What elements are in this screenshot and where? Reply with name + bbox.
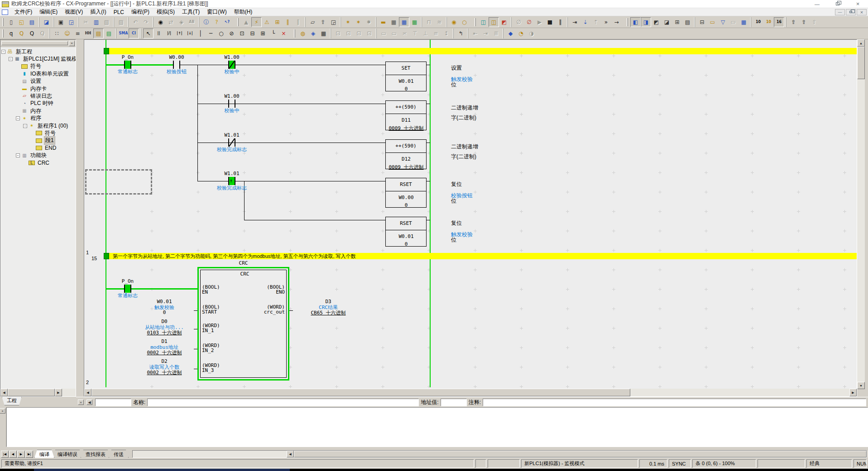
zoom-selection-icon[interactable]: Q — [16, 29, 27, 38]
new-contact-down-icon[interactable]: |↓| — [185, 29, 195, 38]
zoom-in-icon[interactable]: q — [6, 29, 16, 38]
style-highlight-icon[interactable]: ◔ — [516, 29, 526, 38]
rung-manager-icon[interactable]: ▤ — [104, 29, 114, 38]
tree-item-内存卡[interactable]: ▬内存卡 — [16, 85, 48, 92]
tree-expander-icon[interactable]: − — [23, 124, 27, 128]
zoom-out-icon[interactable]: Q — [37, 29, 48, 38]
monitor-online-icon[interactable]: ⚠ — [262, 17, 272, 27]
copy-icon[interactable]: ▥ — [91, 17, 101, 27]
align-middle-icon[interactable]: ≍ — [399, 29, 410, 38]
view-mnemonics-icon[interactable]: SMA — [118, 29, 129, 38]
tab-project[interactable]: 工程 — [2, 397, 22, 405]
menu-item-8[interactable]: 窗口(W) — [203, 8, 230, 16]
cycle-time-icon[interactable]: ⊓ — [424, 17, 434, 27]
transfer-options-icon[interactable]: ⊞ — [272, 17, 283, 27]
new-fb-parameter-icon[interactable]: └ — [268, 29, 278, 38]
step-over-icon[interactable]: ⇡ — [590, 17, 601, 27]
undo-icon[interactable]: ↶ — [130, 17, 141, 27]
watch-sheet-icon[interactable]: ▦ — [318, 29, 329, 38]
work-online-simulator-icon[interactable]: ⚡ — [251, 17, 262, 27]
restore-button[interactable] — [827, 0, 848, 8]
release-edit-icon[interactable]: ∅ — [524, 17, 534, 27]
monitor-decimal-icon[interactable]: 10 — [753, 17, 763, 27]
info-icon[interactable]: ⓘ — [201, 17, 211, 27]
tab-last-icon[interactable]: ▶| — [25, 451, 33, 458]
hold-edit-icon[interactable]: ∅ — [513, 17, 524, 27]
new-contact-icon[interactable]: || — [153, 29, 164, 38]
comment-field[interactable] — [483, 399, 866, 406]
tree-item-段1[interactable]: 段1 — [30, 137, 55, 144]
work-online-icon[interactable]: ▲ — [241, 17, 251, 27]
replace-icon[interactable]: ⇄ — [166, 17, 176, 27]
output-close-icon[interactable]: × — [0, 408, 5, 414]
ladder-hscroll-thumb[interactable] — [91, 389, 630, 396]
io-table-view-icon[interactable]: ▦ — [388, 17, 399, 27]
ladder-diagram-area[interactable]: 1152 第一个字节为从站地址, 第二个字节为功能码, 第三个与第四个为modb… — [84, 40, 857, 389]
style-pattern-icon[interactable]: ◑ — [526, 29, 537, 38]
tree-expander-icon[interactable]: − — [16, 153, 20, 157]
menu-item-5[interactable]: 编程(P) — [128, 8, 153, 16]
new-closed-coil-icon[interactable]: ⊘ — [226, 29, 237, 38]
indent-left-icon[interactable]: ⇤ — [470, 29, 480, 38]
force-set-icon[interactable]: ◉ — [449, 17, 459, 27]
ladder-canvas[interactable]: 第一个字节为从站地址, 第二个字节为功能码, 第三个与第四个为modbus地址,… — [106, 40, 857, 389]
tree-item-CRC[interactable]: LCRC — [23, 159, 50, 167]
horizontal-line-tool-icon[interactable]: ─ — [206, 29, 216, 38]
rung-comment-bar[interactable]: 第一个字节为从站地址, 第二个字节为功能码, 第三个与第四个为modbus地址,… — [106, 253, 857, 259]
paste-special-icon[interactable]: ▨ — [116, 17, 126, 27]
print-icon[interactable]: ▣ — [56, 17, 66, 27]
menu-item-1[interactable]: 编辑(E) — [36, 8, 61, 16]
new-contact-up-icon[interactable]: |↑| — [174, 29, 185, 38]
mdi-minimize-button[interactable]: — — [835, 9, 845, 15]
workspace-grip[interactable] — [1, 41, 68, 45]
output-hscroll-thumb[interactable] — [294, 451, 867, 457]
show-io-comment-icon[interactable]: HH — [83, 29, 93, 38]
monitor-mode-icon[interactable]: ▦ — [399, 17, 409, 27]
program-check-icon[interactable]: ▱ — [307, 17, 318, 27]
io-comment-view-icon[interactable]: ▽ — [718, 17, 728, 27]
tab-next-icon[interactable]: ▶ — [17, 451, 25, 458]
ladder-vscrollbar[interactable]: ▲ ▼ — [857, 39, 865, 389]
tree-item-IO表和单元设置[interactable]: ▮IO表和单元设置 — [16, 70, 70, 77]
menu-item-2[interactable]: 视图(V) — [61, 8, 86, 16]
contact-P_On[interactable] — [124, 285, 131, 293]
fb-monitor-icon[interactable]: ◍ — [297, 29, 308, 38]
workspace-close-icon[interactable]: × — [69, 41, 75, 46]
paste-icon[interactable]: ▧ — [101, 17, 112, 27]
compare-with-plc-icon[interactable]: ◲ — [328, 17, 339, 27]
memory-view-icon[interactable]: ▬ — [378, 17, 388, 27]
symbol-editor-icon[interactable]: ▭ — [707, 17, 718, 27]
instruction-++(590)[interactable]: ++(590)D120009 十六进制 — [385, 139, 427, 169]
function-block-CRC[interactable]: CRC(BOOL) EN(BOOL) START(WORD) IN_1(WORD… — [197, 267, 289, 381]
help-icon[interactable]: ? — [211, 17, 222, 27]
scroll-up-icon[interactable]: ▲ — [857, 39, 865, 47]
distribute-icon[interactable]: ≡ — [431, 29, 441, 38]
menu-item-3[interactable]: 插入(I) — [86, 8, 110, 16]
minimize-button[interactable]: — — [807, 0, 827, 8]
edit-tool-2-icon[interactable]: ⊡ — [343, 29, 354, 38]
tree-item-内存[interactable]: ▦内存 — [16, 107, 42, 114]
ladder-hscrollbar[interactable]: ◀ ▶ — [84, 389, 857, 396]
continuous-step-icon[interactable]: » — [601, 17, 611, 27]
name-field[interactable] — [147, 399, 419, 406]
context-help-icon[interactable]: ↖? — [222, 17, 232, 27]
output-tab-编译[interactable]: 编译 — [34, 450, 54, 458]
data-trace-icon[interactable]: ≋ — [434, 17, 445, 27]
tree-item-新工程[interactable]: −品新工程 — [1, 48, 33, 55]
tree-expander-icon[interactable]: − — [16, 116, 20, 120]
fb-generate-source-icon[interactable]: ◈ — [308, 29, 318, 38]
instruction-RSET[interactable]: RSETW0.000 — [385, 178, 427, 208]
contact-P_On[interactable] — [124, 61, 131, 69]
tree-item-新PLC1[CJ1M] 监视模式[interactable]: −▦新PLC1[CJ1M] 监视模式 — [9, 55, 76, 62]
find-icon[interactable]: ◉ — [155, 17, 166, 27]
tree-hscrollbar[interactable]: ◀ ▶ — [0, 389, 76, 396]
vertical-line-tool-icon[interactable]: │ — [195, 29, 206, 38]
tree-item-新程序1 (00)[interactable]: −✶新程序1 (00) — [23, 122, 69, 129]
tab-first-icon[interactable]: |◀ — [1, 451, 9, 458]
menu-item-6[interactable]: 模拟(S) — [153, 8, 178, 16]
zoom-100-icon[interactable]: Q — [27, 29, 37, 38]
view-ladder-icon[interactable]: CI — [129, 29, 139, 38]
tree-item-功能块[interactable]: −▥功能块 — [16, 152, 48, 159]
output-hscrollbar[interactable]: ◀ — [132, 450, 867, 458]
pause-icon[interactable]: ‖ — [293, 17, 303, 27]
